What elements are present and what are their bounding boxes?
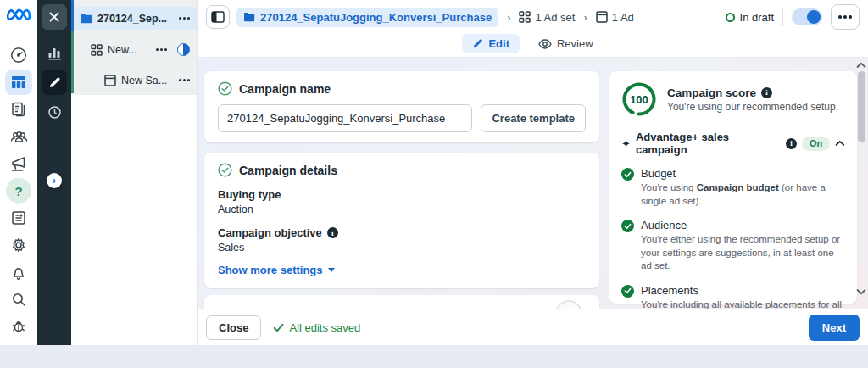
chevron-up-icon[interactable] [835, 140, 845, 147]
close-editor-icon[interactable] [42, 4, 67, 30]
more-icon[interactable] [156, 48, 167, 51]
performance-chart-icon[interactable] [42, 40, 67, 65]
score-title: Campaign score [667, 86, 756, 99]
status-badge: In draft [726, 11, 774, 24]
sidebar-toggle-button[interactable] [206, 5, 230, 29]
notifications-bell-icon[interactable] [5, 259, 32, 285]
audiences-icon[interactable] [5, 124, 32, 149]
info-icon[interactable]: i [761, 87, 772, 98]
checklist-item-audience: Audience You're either using the recomme… [621, 219, 845, 273]
campaign-name-card: Campaign name Create template [204, 71, 599, 142]
breadcrumb-ad-label: 1 Ad [612, 11, 634, 24]
breadcrumb-campaign-label: 270124_SepatuJogging_Konversi_Purchase [260, 11, 492, 24]
mode-tabs: Edit Review [198, 34, 868, 58]
section-complete-check-icon [218, 81, 232, 96]
divider [782, 8, 783, 26]
meta-logo [6, 7, 31, 26]
more-icon[interactable] [179, 17, 190, 20]
breadcrumb-adset[interactable]: 1 Ad set [519, 11, 575, 24]
check-icon [621, 220, 634, 232]
eye-icon [538, 39, 552, 49]
campaign-score-panel: 100 Campaign score i You're using our re… [609, 71, 857, 304]
create-template-button[interactable]: Create template [481, 104, 586, 132]
info-icon[interactable]: i [327, 227, 338, 238]
campaign-active-toggle[interactable] [792, 8, 822, 25]
editor-toolbar: › [37, 0, 71, 345]
check-icon [621, 168, 634, 181]
tab-review[interactable]: Review [538, 34, 604, 53]
more-options-button[interactable] [831, 4, 860, 30]
advantage-plus-row[interactable]: ✦ Advantage+ sales campaign i On [621, 131, 845, 156]
show-more-settings-link[interactable]: Show more settings [218, 264, 586, 276]
next-button[interactable]: Next [809, 315, 860, 341]
checklist-title: Placements [641, 284, 843, 297]
adset-label: New... [108, 44, 137, 56]
account-overview-gauge-icon[interactable] [5, 42, 32, 68]
tab-review-label: Review [557, 37, 593, 50]
editor-footer: Close All edits saved Next [198, 309, 868, 345]
breadcrumb-adset-label: 1 Ad set [535, 11, 575, 24]
topbar: 270124_SepatuJogging_Konversi_Purchase ›… [198, 0, 868, 58]
check-icon [621, 285, 634, 298]
checklist-title: Budget [641, 167, 843, 180]
panel-icon [211, 11, 225, 23]
reports-icon[interactable] [5, 97, 32, 122]
campaign-name-input[interactable] [218, 104, 472, 132]
ad-frame-icon [104, 75, 116, 86]
pencil-icon [472, 38, 483, 49]
campaigns-table-icon[interactable] [5, 70, 32, 95]
bottom-strip [0, 345, 868, 368]
objective-label: Campaign objective [218, 226, 322, 239]
edit-pencil-icon[interactable] [42, 70, 67, 95]
scrollbar[interactable] [856, 58, 867, 309]
draft-progress-icon [177, 43, 190, 56]
tree-row-adset[interactable]: New... [74, 38, 197, 61]
bug-icon[interactable] [5, 314, 32, 339]
breadcrumb-ad[interactable]: 1 Ad [596, 11, 634, 24]
checklist-item-placements: Placements You're including all availabl… [621, 284, 845, 309]
scrollbar-thumb[interactable] [858, 71, 865, 142]
objective-value: Sales [218, 242, 586, 254]
section-complete-check-icon [218, 163, 232, 177]
sparkle-icon: ✦ [621, 137, 631, 150]
status-label: In draft [740, 11, 774, 24]
editor-content: Campaign name Create template Campaign d… [198, 58, 868, 309]
tree-row-ad[interactable]: New Sa... [74, 69, 197, 92]
checklist-item-budget: Budget You're using Campaign budget (or … [621, 167, 845, 208]
ad-label: New Sa... [121, 75, 167, 86]
chevron-right-icon: › [581, 11, 588, 24]
billing-icon[interactable] [5, 205, 32, 231]
search-icon[interactable] [5, 287, 32, 312]
adset-grid-icon [91, 44, 103, 56]
scroll-up-icon[interactable] [856, 60, 866, 70]
check-icon [273, 323, 284, 332]
scroll-down-icon[interactable] [856, 287, 866, 297]
score-subtitle: You're using our recommended setup. [667, 101, 838, 113]
checklist-title: Audience [641, 219, 843, 231]
campaign-details-card: Campaign details Buying type Auction Cam… [204, 153, 599, 288]
section-score-ring [555, 300, 582, 309]
tree-row-campaign[interactable]: 270124_Sep... [74, 7, 197, 30]
settings-gear-icon[interactable] [5, 232, 32, 258]
score-value: 100 [621, 81, 657, 117]
checklist-desc: You're including all available placement… [641, 298, 843, 309]
info-icon[interactable]: i [786, 138, 797, 149]
folder-icon [243, 12, 255, 22]
ads-manager-editor: ? [0, 0, 868, 368]
next-section-card [204, 295, 599, 309]
breadcrumb-campaign[interactable]: 270124_SepatuJogging_Konversi_Purchase [236, 8, 498, 27]
history-clock-icon[interactable] [42, 99, 67, 125]
score-gauge: 100 [621, 81, 657, 117]
more-icon[interactable] [179, 79, 190, 81]
tab-edit[interactable]: Edit [462, 34, 520, 53]
ad-frame-icon [596, 11, 608, 23]
folder-icon [80, 13, 92, 24]
tab-edit-label: Edit [488, 37, 509, 50]
chevron-down-icon [328, 268, 335, 272]
campaign-tree-panel: 270124_Sep... New... New Sa... [71, 0, 198, 345]
help-icon[interactable]: ? [6, 178, 31, 204]
advertise-megaphone-icon[interactable] [5, 151, 32, 176]
close-button[interactable]: Close [206, 315, 261, 340]
expand-panel-icon[interactable]: › [47, 173, 62, 188]
save-status-label: All edits saved [289, 321, 360, 334]
